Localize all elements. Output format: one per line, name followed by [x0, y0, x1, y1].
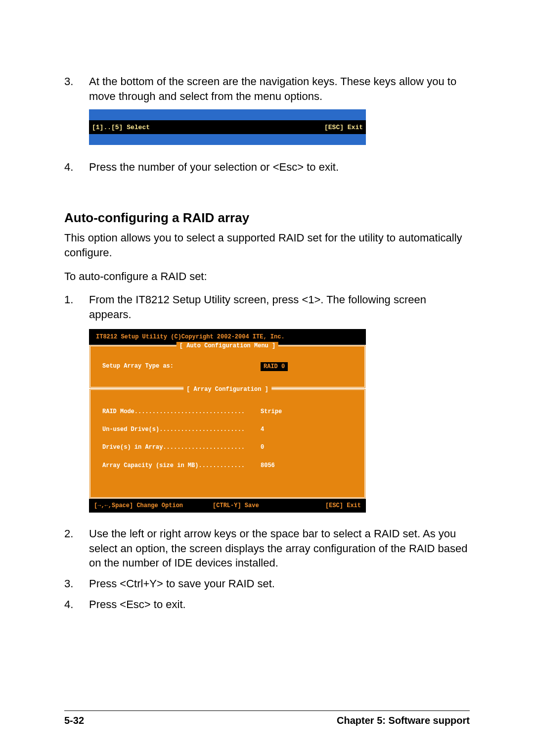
footer-change-option: [→,←,Space] Change Option [94, 502, 183, 510]
it8212-screen: IT8212 Setup Utility (C)Copyright 2002-2… [89, 329, 366, 513]
auto-config-panel: [ Auto Configuration Menu ] Setup Array … [89, 345, 366, 388]
step-text: Press the number of your selection or <E… [89, 160, 470, 175]
array-config-panel: [ Array Configuration ] RAID Mode.......… [89, 388, 366, 499]
it8212-footer: [→,←,Space] Change Option [CTRL-Y] Save … [89, 499, 366, 513]
step-text: At the bottom of the screen are the navi… [89, 74, 470, 103]
row-label: Drive(s) in Array....................... [102, 443, 261, 451]
chapter-title: Chapter 5: Software support [337, 715, 470, 726]
auto-step-4: 4. Press <Esc> to exit. [64, 597, 470, 612]
row-label: Array Capacity (size in MB)............. [102, 462, 261, 470]
step-text: Press <Ctrl+Y> to save your RAID set. [89, 576, 470, 591]
row-value-selected[interactable]: RAID 0 [261, 362, 288, 371]
step-number: 4. [64, 597, 89, 612]
section-heading: Auto-configuring a RAID array [64, 209, 470, 227]
drives-in-array-row: Drive(s) in Array.......................… [102, 443, 353, 451]
raid-mode-row: RAID Mode...............................… [102, 408, 353, 416]
section-lead: To auto-configure a RAID set: [64, 269, 470, 284]
footer-exit: [ESC] Exit [325, 502, 361, 510]
navkeys-bottom-bar [89, 134, 366, 145]
step-number: 1. [64, 292, 89, 322]
step-text: From the IT8212 Setup Utility screen, pr… [89, 292, 470, 322]
row-label: Un-used Drive(s)........................ [102, 425, 261, 433]
panel-title: [ Array Configuration ] [183, 385, 271, 393]
navkeys-exit: [ESC] Exit [324, 123, 363, 132]
navkeys-select: [1]..[5] Select [92, 123, 150, 132]
section-intro: This option allows you to select a suppo… [64, 231, 470, 260]
step-number: 3. [64, 74, 89, 103]
auto-step-3: 3. Press <Ctrl+Y> to save your RAID set. [64, 576, 470, 591]
step-text: Press <Esc> to exit. [89, 597, 470, 612]
row-value: Stripe [261, 408, 282, 416]
unused-drives-row: Un-used Drive(s)........................… [102, 425, 353, 433]
step-number: 2. [64, 526, 89, 570]
step-3: 3. At the bottom of the screen are the n… [64, 74, 470, 103]
navkeys-row: [1]..[5] Select [ESC] Exit [89, 120, 366, 134]
step-number: 3. [64, 576, 89, 591]
array-capacity-row: Array Capacity (size in MB).............… [102, 462, 353, 470]
page-number: 5-32 [64, 715, 84, 726]
footer-left-group: [→,←,Space] Change Option [CTRL-Y] Save [94, 502, 259, 510]
document-page: 3. At the bottom of the screen are the n… [0, 0, 534, 756]
setup-array-type-row: Setup Array Type as: RAID 0 [102, 362, 353, 371]
auto-step-1: 1. From the IT8212 Setup Utility screen,… [64, 292, 470, 322]
navkeys-panel: [1]..[5] Select [ESC] Exit [89, 109, 366, 145]
page-footer: 5-32 Chapter 5: Software support [64, 710, 470, 726]
step-text: Use the left or right arrow keys or the … [89, 526, 470, 570]
step-number: 4. [64, 160, 89, 175]
row-value: 4 [261, 425, 264, 433]
row-value: 0 [261, 443, 264, 451]
auto-step-2: 2. Use the left or right arrow keys or t… [64, 526, 470, 570]
page-content: 3. At the bottom of the screen are the n… [64, 74, 470, 612]
step-4: 4. Press the number of your selection or… [64, 160, 470, 175]
navkeys-top-bar [89, 109, 366, 120]
row-label: RAID Mode............................... [102, 408, 261, 416]
panel-title: [ Auto Configuration Menu ] [177, 342, 278, 350]
row-value: 8056 [261, 462, 275, 470]
row-label: Setup Array Type as: [102, 362, 261, 371]
footer-save: [CTRL-Y] Save [213, 502, 259, 510]
